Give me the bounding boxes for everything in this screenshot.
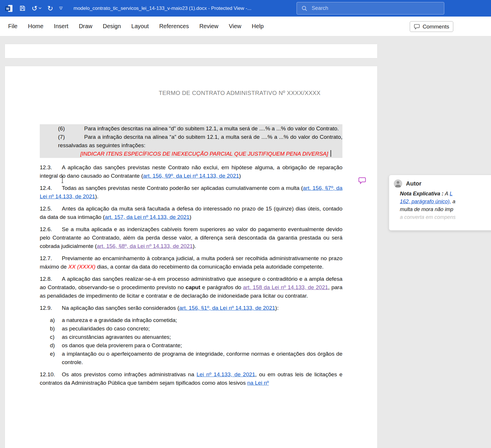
doc-hyperlink[interactable]: art. 156, §1º, da Lei nº 14.133, de 2021 (179, 305, 275, 311)
doc-hyperlink[interactable]: na Lei nº (247, 380, 269, 386)
paragraph-12-8: 12.8.A aplicação das sanções realizar-se… (40, 275, 342, 300)
tab-insert[interactable]: Insert (49, 20, 73, 33)
text-run: ) (239, 173, 241, 179)
sanctions-criteria-list: a)a natureza e a gravidade da infração c… (40, 316, 342, 366)
paragraph-12-4: 12.4.Todas as sanções previstas neste Co… (40, 184, 342, 201)
search-icon (302, 6, 307, 11)
comment-author: Autor (406, 180, 421, 187)
document-workspace: TERMO DE CONTRATO ADMINISTRATIVO Nº XXXX… (0, 36, 491, 448)
previous-page-bottom (5, 44, 377, 58)
text-insertion-cursor (331, 150, 331, 157)
list-marker: e) (50, 350, 62, 358)
text-run: Os atos previstos como infrações adminis… (62, 371, 196, 377)
list-item: e)a implantação ou o aperfeiçoamento de … (50, 350, 342, 366)
text-run: 12.7. (40, 254, 62, 262)
doc-hyperlink[interactable]: L (450, 191, 452, 197)
text-run: multa de mora não imp (400, 206, 453, 212)
paragraph-12-7: 12.7.Previamente ao encaminhamento à cob… (40, 254, 342, 271)
list-text: a natureza e a gravidade da infração com… (62, 317, 177, 323)
tab-draw[interactable]: Draw (74, 20, 97, 33)
person-icon (394, 179, 402, 188)
text-run: ) (189, 214, 191, 220)
text-run: a (451, 199, 455, 204)
comments-button-label: Comments (423, 24, 449, 30)
tab-layout[interactable]: Layout (127, 20, 154, 33)
doc-hyperlink[interactable]: art. 156, §8º, da Lei nº 14.133, de 2021 (97, 243, 193, 249)
list-text: a implantação ou o aperfeiçoamento de pr… (62, 351, 342, 365)
text-run: Para infrações descritas na alínea “d” d… (84, 125, 339, 132)
paragraph-12-6: 12.6.Se a multa aplicada e as indenizaçõ… (40, 225, 342, 250)
text-run: [INDICAR ITENS ESPECÍFICOS DE INEXECUÇÃO… (80, 151, 328, 157)
comments-button[interactable]: Comments (410, 21, 453, 32)
search-box[interactable] (297, 2, 444, 15)
paragraph-12-9: 12.9.Na aplicação das sanções serão cons… (40, 304, 342, 312)
doc-hyperlink[interactable]: Lei nº 14.133, de 2021 (196, 371, 255, 377)
text-run: 12.3. (40, 163, 62, 172)
redo-button[interactable]: ↻ (44, 2, 56, 15)
quick-access-toolbar: W ↺ ↻ (2, 2, 66, 15)
text-run: 12.4. (40, 184, 62, 192)
text-run: dias, a contar da data do recebimento da… (95, 264, 324, 270)
text-run: caput (186, 284, 201, 290)
svg-text:W: W (6, 7, 9, 10)
tab-review[interactable]: Review (195, 20, 223, 33)
list-item: a)a natureza e a gravidade da infração c… (50, 316, 342, 324)
text-run: XX (XXXX) (68, 264, 95, 270)
comment-line: Nota Explicativa : A L (400, 190, 491, 198)
undo-button[interactable]: ↺ (29, 2, 44, 15)
tab-design[interactable]: Design (98, 20, 125, 33)
list-marker: d) (50, 341, 62, 350)
ribbon-tab-bar: File Home Insert Draw Design Layout Refe… (0, 17, 491, 36)
document-page[interactable]: TERMO DE CONTRATO ADMINISTRATIVO Nº XXXX… (5, 66, 377, 448)
list-item: b)as peculiaridades do caso concreto; (50, 324, 342, 333)
text-run: ): (275, 305, 279, 311)
paragraph-12-3: 12.3.A aplicação das sanções previstas n… (40, 163, 342, 180)
comment-card[interactable]: Autor Nota Explicativa : A L 162, parágr… (389, 175, 491, 231)
list-item: c)as circunstâncias agravantes ou atenua… (50, 333, 342, 341)
comment-line: 162, parágrafo único), a (400, 198, 491, 206)
redo-icon: ↻ (47, 5, 53, 12)
doc-hyperlink[interactable]: art. 158 da Lei nº 14.133, de 2021 (243, 284, 328, 290)
comment-fade-overlay (389, 217, 491, 230)
undo-icon: ↺ (32, 5, 37, 12)
title-bar: W ↺ ↻ modelo_contrato_tic_servicos_ (0, 0, 491, 17)
tab-help[interactable]: Help (247, 20, 268, 33)
list-text: as peculiaridades do caso concreto; (62, 325, 150, 332)
page-content: TERMO DE CONTRATO ADMINISTRATIVO Nº XXXX… (5, 66, 377, 387)
tab-home[interactable]: Home (23, 20, 48, 33)
text-run: 12.6. (40, 225, 62, 233)
text-run: ). (95, 193, 99, 199)
doc-hyperlink[interactable]: art. 156, §9º, da Lei nº 14.133, de 2021 (143, 173, 239, 179)
comment-card-header: Autor (389, 175, 491, 188)
text-run: A (445, 191, 450, 197)
list-marker: b) (50, 324, 62, 333)
list-marker: c) (50, 333, 62, 341)
customize-toolbar-button[interactable] (56, 2, 66, 15)
contract-heading: TERMO DE CONTRATO ADMINISTRATIVO Nº XXXX… (159, 89, 342, 97)
comment-marker-icon[interactable] (358, 177, 366, 184)
text-run: 12.9. (40, 304, 62, 312)
tab-view[interactable]: View (224, 20, 246, 33)
text-run: ). (193, 243, 196, 249)
comment-icon (414, 24, 420, 30)
text-run: Na aplicação das sanções serão considera… (62, 305, 179, 311)
search-input[interactable] (311, 5, 439, 12)
text-run: 12.5. (40, 204, 62, 213)
avatar (394, 179, 402, 188)
chevron-bar-icon (59, 7, 63, 10)
text-run: Nota Explicativa : (400, 191, 445, 197)
text-run: 12.10. (40, 370, 62, 379)
chevron-down-icon (39, 7, 41, 9)
save-icon[interactable] (16, 2, 29, 15)
word-app-icon: W (2, 2, 16, 15)
tab-file[interactable]: File (3, 20, 22, 33)
text-run: e parágrafos do (200, 284, 243, 290)
document-title: modelo_contrato_tic_servicos_lei_14-133_… (73, 6, 251, 11)
paragraph-item-7: (7)Para a infração descrita na alínea “a… (58, 133, 342, 150)
comment-line: multa de mora não imp (400, 206, 491, 213)
text-run: Todas as sanções previstas neste Contrat… (62, 185, 303, 191)
doc-hyperlink[interactable]: art. 157, da Lei nº 14.133, de 2021 (105, 214, 189, 220)
list-text: as circunstâncias agravantes ou atenuant… (62, 334, 171, 340)
tab-references[interactable]: References (155, 20, 194, 33)
doc-hyperlink[interactable]: 162, parágrafo único), (400, 199, 451, 204)
